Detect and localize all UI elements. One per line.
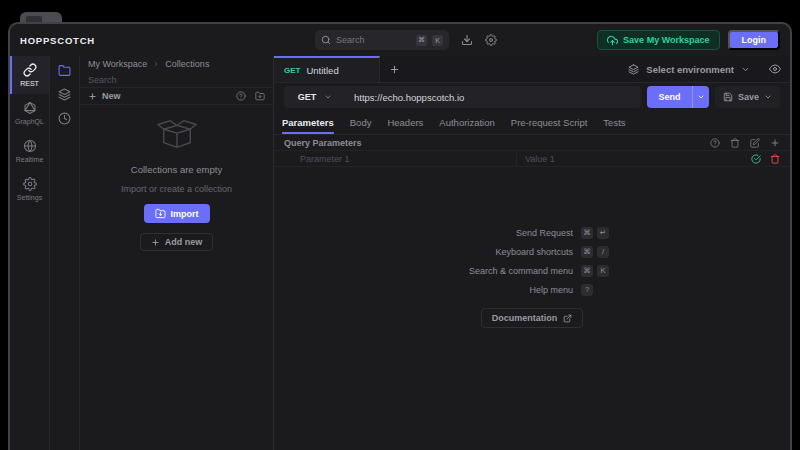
- import-button[interactable]: Import: [144, 204, 210, 223]
- question-key-badge: ?: [581, 284, 593, 296]
- param-value-cell: [516, 151, 741, 166]
- gear-icon[interactable]: [485, 34, 497, 46]
- request-url-row: GET Send: [274, 83, 790, 111]
- shortcut-row: Send Request ⌘↵: [423, 223, 641, 242]
- topbar-center: Search ⌘ K: [315, 30, 497, 50]
- save-split-button[interactable]: Save: [715, 86, 780, 108]
- global-search[interactable]: Search ⌘ K: [315, 30, 449, 50]
- new-tab-button[interactable]: [380, 56, 408, 82]
- shortcut-row: Help menu ?: [423, 280, 641, 299]
- app-logo: HOPPSCOTCH: [20, 35, 95, 46]
- cmd-key-badge: ⌘: [581, 227, 593, 239]
- login-button[interactable]: Login: [728, 30, 781, 50]
- tab-body[interactable]: Body: [342, 111, 380, 134]
- empty-subtitle: Import or create a collection: [121, 184, 232, 194]
- save-my-workspace-label: Save My Workspace: [623, 35, 709, 45]
- parameter-row: [274, 151, 790, 167]
- documentation-label: Documentation: [492, 313, 558, 323]
- search-icon: [321, 35, 331, 45]
- chevron-right-icon: [152, 60, 160, 68]
- sidebar-item-rest[interactable]: REST: [10, 56, 49, 94]
- import-export-icon[interactable]: [255, 91, 265, 101]
- request-tab-untitled[interactable]: GET Untitled: [274, 56, 380, 82]
- breadcrumb-collections[interactable]: Collections: [165, 59, 209, 69]
- environments-layers-icon[interactable]: [58, 88, 71, 101]
- query-parameters-header: Query Parameters: [274, 135, 790, 151]
- save-my-workspace-button[interactable]: Save My Workspace: [597, 30, 719, 50]
- plus-icon: [151, 238, 160, 247]
- screen: HOPPSCOTCH Search ⌘ K: [0, 0, 800, 450]
- delete-row-trash-icon[interactable]: [770, 154, 780, 164]
- empty-box-illustration: [154, 115, 200, 153]
- request-section-tabs: Parameters Body Headers Authorization Pr…: [274, 111, 790, 135]
- plus-icon: [88, 92, 97, 101]
- url-input[interactable]: [346, 92, 641, 103]
- cmd-key-badge: ⌘: [416, 35, 427, 46]
- environment-layers-icon: [628, 64, 639, 75]
- k-key-badge: K: [597, 265, 609, 277]
- enter-key-badge: ↵: [597, 227, 609, 239]
- sidebar-item-realtime[interactable]: Realtime: [10, 132, 49, 170]
- new-collection-button[interactable]: New: [88, 91, 121, 101]
- new-label: New: [102, 91, 121, 101]
- tab-authorization[interactable]: Authorization: [431, 111, 502, 134]
- section-title: Query Parameters: [284, 138, 362, 148]
- collections-folder-icon[interactable]: [58, 64, 71, 77]
- collections-panel: My Workspace Collections New: [80, 56, 274, 450]
- shortcut-label: Send Request: [423, 228, 573, 238]
- chevron-down-icon[interactable]: [741, 65, 750, 74]
- sidebar-item-graphql[interactable]: GraphQL: [10, 94, 49, 132]
- panel-rail: [50, 56, 80, 450]
- save-options-chevron[interactable]: [764, 93, 772, 101]
- shortcut-row: Keyboard shortcuts ⌘/: [423, 242, 641, 261]
- method-selector[interactable]: GET: [284, 92, 346, 102]
- help-icon[interactable]: [710, 138, 720, 148]
- cmd-key-badge: ⌘: [581, 265, 593, 277]
- app-body: REST GraphQL Realtime: [10, 56, 790, 450]
- help-icon[interactable]: [236, 91, 246, 101]
- environment-quick-peek-eye-icon[interactable]: [769, 63, 781, 75]
- breadcrumb-workspace[interactable]: My Workspace: [88, 59, 147, 69]
- toggle-active-check-icon[interactable]: [751, 154, 761, 164]
- sidebar-item-settings[interactable]: Settings: [10, 170, 49, 208]
- method-url-bar: GET: [284, 86, 641, 108]
- send-split-button[interactable]: Send: [647, 86, 709, 108]
- save-disk-icon: [723, 92, 733, 102]
- clear-all-trash-icon[interactable]: [730, 138, 740, 148]
- shortcut-label: Help menu: [423, 285, 573, 295]
- request-panel: GET Untitled Select environment: [274, 56, 790, 450]
- send-label[interactable]: Send: [647, 92, 692, 102]
- history-clock-icon[interactable]: [58, 112, 71, 125]
- collections-search-input[interactable]: [88, 75, 265, 85]
- environment-select[interactable]: Select environment: [646, 64, 734, 75]
- tab-tests[interactable]: Tests: [595, 111, 633, 134]
- documentation-button[interactable]: Documentation: [481, 308, 584, 328]
- send-options-chevron[interactable]: [692, 86, 709, 108]
- sidebar-item-label: REST: [20, 80, 39, 87]
- collections-toolbar: New: [80, 88, 273, 105]
- chevron-down-icon: [324, 93, 332, 101]
- settings-gear-icon: [23, 177, 37, 191]
- topbar-right: Save My Workspace Login: [597, 30, 780, 50]
- param-value-input[interactable]: [525, 154, 741, 164]
- param-key-input[interactable]: [300, 154, 516, 164]
- install-download-icon[interactable]: [461, 34, 473, 46]
- tab-parameters[interactable]: Parameters: [274, 111, 342, 134]
- k-key-badge: K: [432, 35, 443, 46]
- topbar: HOPPSCOTCH Search ⌘ K: [10, 24, 790, 56]
- bulk-edit-icon[interactable]: [750, 138, 760, 148]
- primary-sidebar: REST GraphQL Realtime: [10, 56, 50, 450]
- import-label: Import: [171, 209, 199, 219]
- add-new-button[interactable]: Add new: [140, 233, 214, 251]
- tab-pre-request-script[interactable]: Pre-request Script: [503, 111, 596, 134]
- link-icon: [23, 63, 37, 77]
- add-parameter-plus-icon[interactable]: [770, 138, 780, 148]
- tab-headers[interactable]: Headers: [379, 111, 431, 134]
- request-tabstrip: GET Untitled Select environment: [274, 56, 790, 83]
- shortcut-row: Search & command menu ⌘K: [423, 261, 641, 280]
- tab-name: Untitled: [306, 65, 338, 76]
- param-key-cell: [274, 151, 516, 166]
- method-value: GET: [298, 92, 317, 102]
- collections-search[interactable]: [80, 72, 273, 88]
- globe-icon: [23, 139, 37, 153]
